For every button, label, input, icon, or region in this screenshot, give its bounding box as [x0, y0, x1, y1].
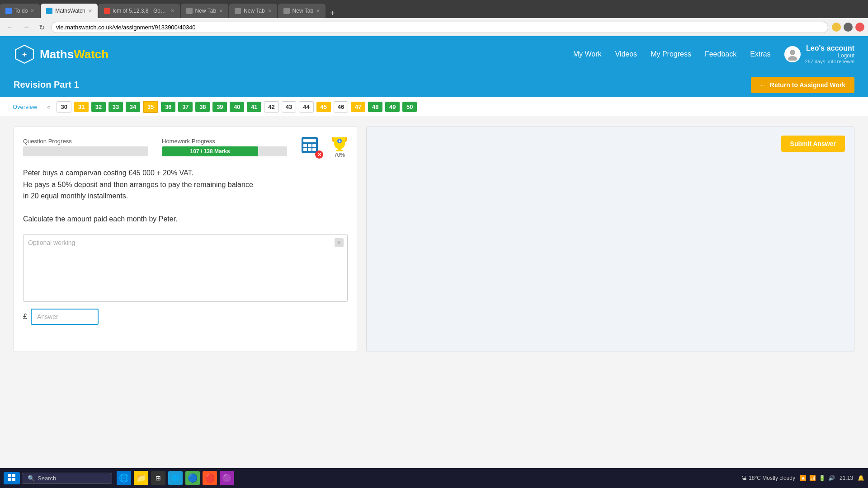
svg-rect-20 — [12, 478, 15, 481]
tab-todo[interactable]: To do ✕ — [0, 4, 40, 18]
svg-text:✦: ✦ — [22, 51, 27, 58]
svg-point-3 — [790, 50, 795, 55]
question-progress-label: Question Progress — [23, 138, 148, 145]
q-btn-50[interactable]: 50 — [402, 102, 417, 112]
extensions-icon[interactable] — [844, 23, 853, 32]
svg-text:★: ★ — [338, 140, 341, 143]
address-bar-input[interactable] — [51, 22, 828, 33]
tab-new3[interactable]: New Tab ✕ — [278, 4, 326, 18]
q-btn-40[interactable]: 40 — [230, 102, 244, 112]
nav-my-progress[interactable]: My Progress — [651, 50, 691, 58]
forward-button[interactable]: → — [20, 22, 33, 32]
taskbar-app2-icon[interactable]: 🔴 — [203, 471, 217, 485]
svg-rect-10 — [303, 148, 307, 151]
submit-answer-button[interactable]: Submit Answer — [781, 136, 845, 152]
q-btn-49[interactable]: 49 — [385, 102, 400, 112]
q-btn-37[interactable]: 37 — [178, 102, 193, 112]
nav-my-work[interactable]: My Work — [573, 50, 602, 58]
taskbar: 🔍 Search 🌐 📁 ⊞ 🌐 🔵 🔴 🟣 🌤 18°C Mostly clo… — [0, 468, 868, 488]
q-btn-47[interactable]: 47 — [351, 102, 365, 112]
system-time: 21:13 — [840, 475, 853, 481]
svg-rect-7 — [303, 144, 307, 147]
return-to-assigned-work-button[interactable]: ← Return to Assigned Work — [751, 77, 854, 93]
taskbar-search[interactable]: 🔍 Search — [22, 473, 112, 484]
taskbar-browser-icon[interactable]: 🌐 — [168, 471, 183, 485]
search-icon: 🔍 — [28, 475, 35, 482]
q-btn-41[interactable]: 41 — [247, 102, 261, 112]
overview-link[interactable]: Overview — [9, 102, 41, 112]
homework-progress-bar-fill: 107 / 138 Marks — [162, 146, 258, 156]
q-btn-39[interactable]: 39 — [212, 102, 227, 112]
taskbar-edge-icon[interactable]: 🌐 — [117, 471, 131, 485]
homework-progress-bar-bg: 107 / 138 Marks — [162, 146, 287, 156]
q-btn-30[interactable]: 30 — [57, 101, 71, 113]
assignment-banner: Revision Part 1 ← Return to Assigned Wor… — [0, 72, 868, 97]
nav-links: My Work Videos My Progress Feedback Extr… — [573, 44, 854, 64]
reload-button[interactable]: ↻ — [36, 22, 47, 33]
expand-working-button[interactable]: + — [335, 238, 344, 247]
wifi-icon[interactable]: 📶 — [809, 475, 816, 481]
profile-icon[interactable] — [855, 23, 864, 32]
tab-close-mathswatch[interactable]: ✕ — [88, 8, 92, 14]
svg-rect-14 — [336, 150, 343, 151]
q-btn-45[interactable]: 45 — [316, 102, 331, 112]
bookmark-icon[interactable] — [832, 23, 841, 32]
nav-extras[interactable]: Extras — [750, 50, 770, 58]
notification-icon[interactable]: 🔔 — [858, 475, 864, 481]
q-btn-42[interactable]: 42 — [264, 101, 278, 113]
nav-feedback[interactable]: Feedback — [705, 50, 736, 58]
new-tab-button[interactable]: + — [326, 9, 339, 18]
system-icons: 🔼 📶 🔋 🔊 — [800, 475, 835, 481]
battery-icon[interactable]: 🔋 — [819, 475, 826, 481]
tab-close-new3[interactable]: ✕ — [316, 8, 320, 14]
taskbar-code-icon[interactable]: ⊞ — [151, 471, 165, 485]
q-btn-35[interactable]: 35 — [143, 101, 158, 113]
svg-rect-11 — [308, 148, 311, 151]
q-btn-31[interactable]: 31 — [74, 102, 89, 112]
q-btn-38[interactable]: 38 — [195, 102, 210, 112]
svg-rect-17 — [8, 474, 11, 477]
answer-input[interactable] — [31, 309, 99, 325]
calculator-icon-area: ✕ — [301, 136, 322, 158]
network-icon[interactable]: 🔼 — [800, 475, 807, 481]
tab-close-new1[interactable]: ✕ — [219, 8, 223, 14]
question-progress-bar-fill — [23, 146, 36, 156]
volume-icon[interactable]: 🔊 — [828, 475, 835, 481]
svg-point-4 — [788, 56, 797, 61]
q-btn-48[interactable]: 48 — [368, 102, 382, 112]
question-text: Peter buys a campervan costing £45 000 +… — [23, 167, 348, 225]
question-progress-bar-bg — [23, 146, 148, 156]
tab-new1[interactable]: New Tab ✕ — [181, 4, 228, 18]
tab-title-google: lcm of 5,12,3,8 - Google Se... — [113, 8, 168, 14]
logout-link[interactable]: Logout — [805, 52, 854, 59]
tab-close-new2[interactable]: ✕ — [268, 8, 272, 14]
q-btn-33[interactable]: 33 — [108, 102, 123, 112]
nav-videos[interactable]: Videos — [615, 50, 637, 58]
calculator-x-badge: ✕ — [315, 150, 323, 159]
svg-rect-19 — [8, 478, 11, 481]
tab-mathswatch[interactable]: MathsWatch ✕ — [41, 4, 97, 18]
tab-new2[interactable]: New Tab ✕ — [229, 4, 277, 18]
start-button[interactable] — [4, 472, 20, 484]
taskbar-chrome-icon[interactable]: 🔵 — [185, 471, 200, 485]
tab-favicon-mathswatch — [46, 8, 52, 14]
tab-google[interactable]: lcm of 5,12,3,8 - Google Se... ✕ — [99, 4, 180, 18]
q-btn-32[interactable]: 32 — [91, 102, 106, 112]
q-btn-43[interactable]: 43 — [282, 101, 296, 113]
taskbar-right: 🌤 18°C Mostly cloudy 🔼 📶 🔋 🔊 21:13 🔔 — [741, 475, 864, 481]
q-btn-34[interactable]: 34 — [126, 102, 140, 112]
currency-label: £ — [23, 313, 27, 321]
taskbar-app3-icon[interactable]: 🟣 — [220, 471, 234, 485]
question-line-3: in 20 equal monthly installments. — [23, 190, 348, 202]
taskbar-file-icon[interactable]: 📁 — [134, 471, 148, 485]
q-btn-46[interactable]: 46 — [334, 101, 348, 113]
trophy-area: ★ 70% — [331, 136, 348, 158]
tab-close-todo[interactable]: ✕ — [30, 8, 34, 14]
back-button[interactable]: ← — [4, 22, 16, 32]
question-line-1: Peter buys a campervan costing £45 000 +… — [23, 167, 348, 179]
q-btn-44[interactable]: 44 — [299, 101, 313, 113]
tab-close-google[interactable]: ✕ — [170, 8, 175, 14]
windows-icon — [8, 474, 15, 481]
tab-favicon-google — [104, 8, 110, 14]
q-btn-36[interactable]: 36 — [161, 102, 175, 112]
